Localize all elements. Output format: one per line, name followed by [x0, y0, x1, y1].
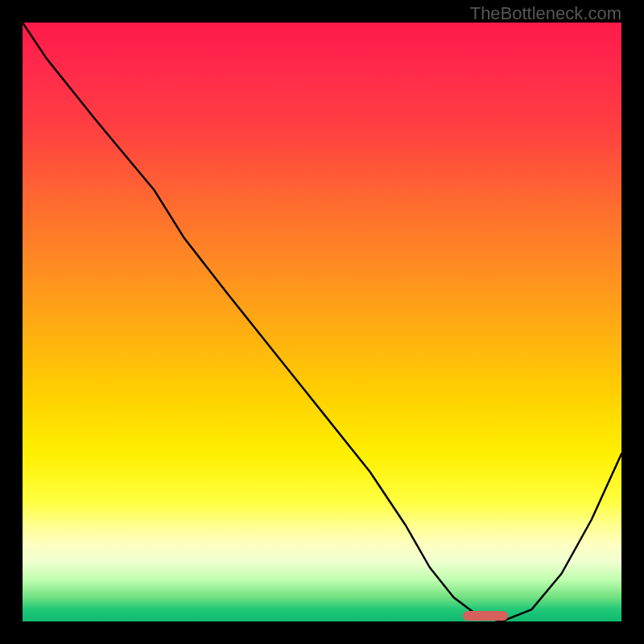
chart-plot-area [23, 23, 621, 621]
optimal-marker [463, 611, 508, 621]
watermark-text: TheBottleneck.com [470, 3, 621, 24]
chart-curve [23, 23, 621, 621]
